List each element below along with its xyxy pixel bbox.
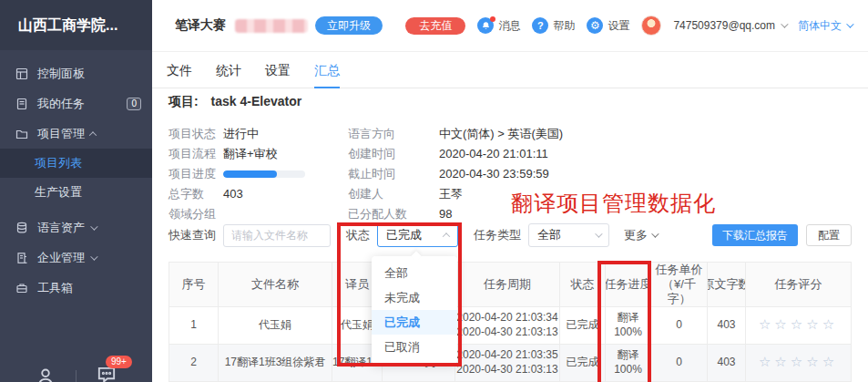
more-label: 更多 [624,227,648,243]
chevron-up-icon [89,131,97,139]
field-label: 总字数 [168,185,223,203]
project-progress-bar [223,170,305,178]
folder-icon [15,128,28,140]
task-type-select[interactable]: 全部 [528,223,609,247]
dropdown-option-completed[interactable]: 已完成 [372,310,457,335]
toolbox-icon [15,282,28,294]
col-header-task-progress: 任务进度 [606,262,651,307]
footer-divider [76,370,77,382]
unit-price: 0 [651,307,708,345]
status-select[interactable]: 已完成 [377,223,458,247]
tab-files[interactable]: 文件 [167,52,192,88]
progress-type: 翻译 [618,311,639,325]
dropdown-option-incomplete[interactable]: 未完成 [372,285,457,310]
sidebar-item-project-list[interactable]: 项目列表 [0,149,152,178]
field-label: 创建时间 [348,145,439,163]
download-summary-report-button[interactable]: 下载汇总报告 [712,224,798,246]
tab-summary[interactable]: 汇总 [314,52,340,88]
building-icon [15,252,28,264]
configure-button[interactable]: 配置 [806,224,852,246]
sidebar-item-toolbox[interactable]: 工具箱 [0,273,152,303]
chevron-down-icon [90,253,97,260]
sidebar: 山西工商学院... 控制面板 我的任务 0 项目管理 项目列表 生产设置 [0,0,152,382]
avatar[interactable] [641,15,661,36]
help-icon: ? [532,17,548,34]
more-filters-link[interactable]: 更多 [624,227,657,243]
help-label: 帮助 [553,18,575,34]
sidebar-item-label: 项目管理 [37,126,85,142]
tab-statistics[interactable]: 统计 [216,52,241,88]
help-menu[interactable]: ? 帮助 [532,17,575,34]
table-row[interactable]: 1 代玉娟 代玉娟 2020-04-20 21:03:34 2020-04-30… [168,307,852,345]
topbar: 笔译大赛 立即升级 去充值 消息 ? 帮助 ⚙ 设置 747 [152,0,868,52]
upgrade-button[interactable]: 立即升级 [315,16,383,35]
table-row[interactable]: 2 17翻译1班3组徐紫君 17翻译1... 中 > 英 2020-04-20 … [168,345,852,382]
sidebar-item-enterprise-management[interactable]: 企业管理 [0,243,152,273]
sidebar-item-label: 控制面板 [37,66,85,82]
unread-count-badge: 99+ [106,356,132,368]
recharge-button[interactable]: 去充值 [405,17,465,35]
sidebar-item-label: 生产设置 [35,184,82,201]
period-end: 2020-04-30 21:03:13 [456,325,557,340]
sidebar-item-label: 项目列表 [35,155,82,171]
row-index: 2 [168,345,219,382]
field-label: 项目流程 [168,145,223,163]
row-index: 1 [168,307,219,345]
chevron-down-icon [846,20,853,27]
tasks-icon [15,98,28,110]
rating-stars[interactable]: ☆☆☆☆☆ [759,316,838,335]
field-label: 已分配人数 [348,205,439,223]
sidebar-item-my-tasks[interactable]: 我的任务 0 [0,88,152,119]
bell-icon [477,17,494,34]
sidebar-footer: 99+ [0,365,152,382]
task-type-select-value: 全部 [537,227,561,243]
col-header-unit-price: 任务单价（¥/千字） [651,263,707,307]
tab-settings[interactable]: 设置 [265,52,291,88]
database-icon [15,222,28,234]
main-content: 文件 统计 设置 汇总 项目: task 4-Elevator 项目状态进行中 … [152,0,868,382]
app-window: 山西工商学院... 控制面板 我的任务 0 项目管理 项目列表 生产设置 [0,0,868,382]
messages-menu[interactable]: 消息 [477,17,520,34]
account-menu[interactable]: 747509379@qq.com [673,19,786,32]
user-icon[interactable] [36,367,56,382]
task-type-filter-label: 任务类型 [474,227,521,243]
dropdown-option-all[interactable]: 全部 [372,261,457,285]
sidebar-menu: 控制面板 我的任务 0 项目管理 项目列表 生产设置 语言资产 [0,50,152,303]
unit-price: 0 [651,345,708,382]
chevron-up-icon [443,232,450,240]
sidebar-item-label: 企业管理 [37,250,85,266]
field-label: 领域分组 [168,205,223,223]
rating-stars[interactable]: ☆☆☆☆☆ [759,354,838,372]
col-header-file-name: 文件名称 [219,262,332,307]
source-words: 403 [708,345,746,382]
total-words-value: 403 [223,185,243,203]
sidebar-item-label: 语言资产 [37,220,85,236]
sidebar-item-project-management[interactable]: 项目管理 [0,119,152,149]
col-header-task-period: 任务周期 [455,262,560,307]
quick-search-label: 快速查询 [168,227,216,243]
chevron-down-icon [781,20,788,27]
progress-percent: 100% [614,363,642,377]
creator-value: 王琴 [439,185,463,203]
field-label: 创建人 [348,185,439,203]
file-name: 代玉娟 [219,307,332,345]
settings-menu[interactable]: ⚙ 设置 [587,17,629,34]
red-watermark-text: 翻译项目管理数据化 [511,189,716,218]
language-switcher[interactable]: 简体中文 [798,18,852,34]
chevron-down-icon [595,230,602,237]
dropdown-option-cancelled[interactable]: 已取消 [372,335,457,359]
sidebar-item-dashboard[interactable]: 控制面板 [0,58,152,88]
project-info-left: 项目状态进行中 项目流程翻译+审校 项目进度 总字数403 领域分组 [168,124,305,224]
file-name-search-input[interactable] [223,224,331,247]
sidebar-item-label: 我的任务 [37,96,85,112]
field-label: 项目进度 [168,165,223,183]
project-title-label: 项目: [168,94,199,108]
tab-bar: 文件 统计 设置 汇总 [152,52,868,88]
col-header-index: 序号 [168,262,219,307]
sidebar-item-language-assets[interactable]: 语言资产 [0,212,152,243]
col-header-task-rating: 任务评分 [746,262,852,307]
progress-percent: 100% [614,325,642,340]
sidebar-item-production-settings[interactable]: 生产设置 [0,178,152,207]
messages-shortcut[interactable]: 99+ [97,365,117,382]
account-email: 747509379@qq.com [673,19,775,32]
